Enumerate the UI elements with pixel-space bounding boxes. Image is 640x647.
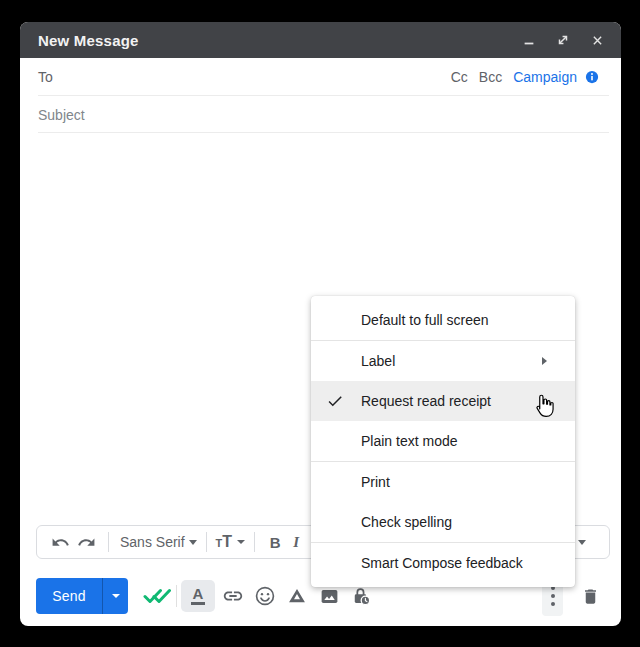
bcc-link[interactable]: Bcc (479, 69, 502, 85)
italic-button[interactable]: I (286, 534, 306, 551)
menu-item-request-read-receipt[interactable]: Request read receipt (311, 381, 575, 421)
to-field[interactable]: To (38, 69, 53, 85)
text-color-icon[interactable]: A (181, 580, 215, 612)
emoji-icon[interactable] (249, 580, 281, 612)
send-button-label[interactable]: Send (36, 578, 102, 614)
info-icon[interactable] (585, 70, 599, 84)
close-icon[interactable] (589, 32, 605, 48)
drive-icon[interactable] (281, 580, 313, 612)
chevron-down-icon[interactable] (189, 540, 197, 545)
menu-item-check-spelling[interactable]: Check spelling (311, 502, 575, 542)
check-icon (326, 392, 344, 410)
toolbar-divider (206, 532, 207, 552)
window-title: New Message (38, 32, 139, 49)
compose-options-menu: Default to full screen Label Request rea… (311, 296, 575, 587)
toolbar-divider (176, 585, 177, 607)
menu-item-label[interactable]: Label (311, 341, 575, 381)
subject-field[interactable]: Subject (38, 107, 85, 123)
to-row: To Cc Bcc Campaign (20, 58, 621, 96)
redo-icon[interactable] (73, 529, 99, 555)
send-options-caret[interactable] (103, 578, 128, 614)
send-button[interactable]: Send (36, 578, 128, 614)
campaign-link[interactable]: Campaign (513, 69, 577, 85)
compose-titlebar: New Message (20, 22, 621, 58)
format-size-icon[interactable]: TT (216, 533, 233, 551)
trash-icon[interactable] (574, 580, 606, 612)
chevron-down-icon[interactable] (237, 540, 245, 544)
toolbar-divider (108, 532, 109, 552)
menu-item-default-to-full-screen[interactable]: Default to full screen (311, 300, 575, 340)
popout-icon[interactable] (555, 32, 571, 48)
subject-row: Subject (20, 96, 621, 133)
font-family-select[interactable]: Sans Serif (120, 534, 185, 550)
menu-item-smart-compose-feedback[interactable]: Smart Compose feedback (311, 543, 575, 583)
recipient-links: Cc Bcc Campaign (451, 69, 599, 85)
undo-icon[interactable] (47, 529, 73, 555)
cc-link[interactable]: Cc (451, 69, 468, 85)
toolbar-divider (254, 532, 255, 552)
mailtrack-double-check-icon[interactable] (140, 580, 174, 612)
titlebar-buttons (521, 32, 605, 48)
minimize-icon[interactable] (521, 32, 537, 48)
menu-item-plain-text-mode[interactable]: Plain text mode (311, 421, 575, 461)
menu-item-print[interactable]: Print (311, 462, 575, 502)
compose-window: New Message To Cc Bcc Campaign (20, 22, 621, 626)
bold-button[interactable]: B (264, 534, 286, 551)
submenu-arrow-icon (542, 357, 547, 365)
link-icon[interactable] (217, 580, 249, 612)
